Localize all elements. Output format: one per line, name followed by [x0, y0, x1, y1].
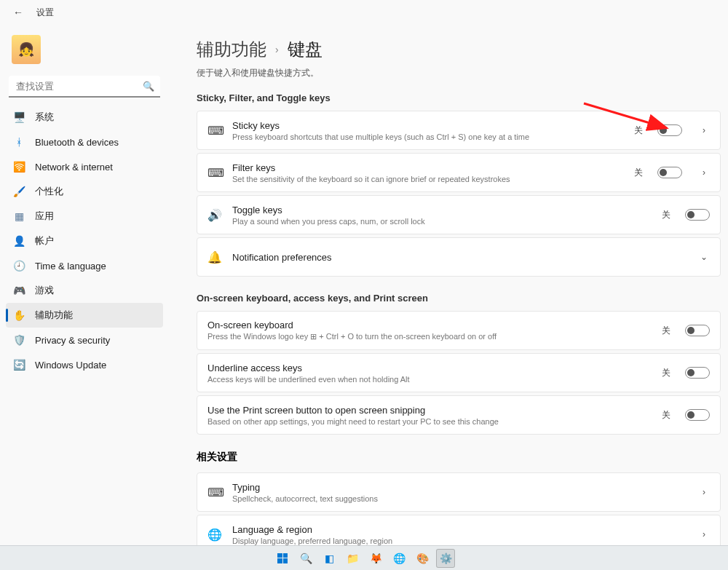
search-icon: 🔍: [143, 81, 154, 92]
nav-gaming[interactable]: 🎮游戏: [6, 278, 163, 303]
keyboard-icon: ⌨: [207, 124, 222, 138]
speaker-icon: 🔊: [207, 208, 222, 222]
nav-time[interactable]: 🕘Time & language: [6, 253, 163, 278]
start-button[interactable]: [273, 549, 292, 568]
related-head: 相关设置: [197, 451, 721, 464]
nav-label: 游戏: [35, 284, 54, 297]
paint-icon[interactable]: 🎨: [413, 549, 432, 568]
file-explorer[interactable]: 📁: [343, 549, 362, 568]
setting-filter-keys[interactable]: ⌨ Filter keys Set the sensitivity of the…: [197, 153, 721, 192]
setting-title: Underline access keys: [207, 363, 652, 373]
toggle-state: 关: [662, 409, 670, 421]
chevron-right-icon[interactable]: ›: [698, 125, 710, 135]
toggle-state: 关: [634, 124, 643, 137]
shield-icon: 🛡️: [13, 334, 25, 346]
nav-label: 系统: [35, 111, 54, 124]
bluetooth-icon: ᚼ: [13, 136, 25, 148]
nav-privacy[interactable]: 🛡️Privacy & security: [6, 328, 163, 352]
task-view[interactable]: ◧: [320, 549, 339, 568]
taskbar-search[interactable]: 🔍: [296, 549, 315, 568]
nav-bluetooth[interactable]: ᚼBluetooth & devices: [6, 130, 163, 154]
setting-desc: Press the Windows logo key ⊞ + Ctrl + O …: [207, 332, 652, 341]
setting-title: Typing: [232, 482, 682, 493]
nav-label: 辅助功能: [35, 309, 73, 322]
wifi-icon: 🛜: [13, 161, 25, 173]
toggle-state: 关: [634, 167, 643, 179]
apps-icon: ▦: [13, 210, 25, 222]
breadcrumb-parent[interactable]: 辅助功能: [197, 38, 266, 61]
nav-label: Bluetooth & devices: [35, 137, 119, 148]
gamepad-icon: 🎮: [13, 285, 25, 296]
firefox-icon[interactable]: 🦊: [366, 549, 385, 568]
toggle-state: 关: [662, 367, 670, 379]
nav-label: Network & internet: [35, 162, 113, 173]
setting-title: Language & region: [232, 524, 682, 535]
osk-toggle[interactable]: [685, 325, 710, 336]
breadcrumb: 辅助功能 › 键盘: [197, 38, 721, 61]
setting-desc: Press keyboard shortcuts that use multip…: [232, 132, 624, 141]
chevron-right-icon[interactable]: ›: [698, 487, 710, 497]
setting-desc: Set the sensitivity of the keyboard so i…: [232, 175, 624, 183]
brush-icon: 🖌️: [13, 186, 25, 197]
page-subtitle: 便于键入和使用键盘快捷方式。: [197, 67, 721, 79]
setting-title: Toggle keys: [232, 205, 652, 215]
setting-title: On-screen keyboard: [207, 320, 652, 330]
setting-desc: Spellcheck, autocorrect, text suggestion…: [232, 494, 682, 503]
setting-desc: Access keys will be underlined even when…: [207, 375, 652, 384]
section-osk-head: On-screen keyboard, access keys, and Pri…: [197, 293, 721, 304]
system-icon: 🖥️: [13, 111, 25, 123]
setting-title: Notification preferences: [232, 252, 682, 263]
breadcrumb-current: 键盘: [288, 38, 323, 61]
chevron-right-icon[interactable]: ›: [698, 529, 710, 539]
filter-toggle[interactable]: [657, 167, 682, 178]
setting-sticky-keys[interactable]: ⌨ Sticky keys Press keyboard shortcuts t…: [197, 111, 721, 150]
related-typing[interactable]: ⌨ Typing Spellcheck, autocorrect, text s…: [197, 472, 721, 512]
setting-underline-keys[interactable]: Underline access keys Access keys will b…: [197, 353, 721, 392]
toggle-state: 关: [662, 325, 670, 337]
nav-label: Privacy & security: [35, 335, 110, 346]
globe-icon: 🌐: [207, 528, 222, 542]
sidebar: 👧 🔍 🖥️系统 ᚼBluetooth & devices 🛜Network &…: [0, 25, 169, 545]
chevron-right-icon: ›: [275, 44, 279, 55]
nav-label: 应用: [35, 210, 54, 223]
setting-desc: Display language, preferred language, re…: [232, 537, 682, 545]
keyboard-icon: ⌨: [207, 166, 222, 180]
nav-apps[interactable]: ▦应用: [6, 204, 163, 229]
nav-accounts[interactable]: 👤帐户: [6, 229, 163, 253]
search-input[interactable]: [9, 76, 160, 98]
setting-desc: Based on other app settings, you might n…: [207, 417, 652, 426]
chevron-down-icon[interactable]: ⌄: [698, 252, 710, 262]
setting-desc: Play a sound when you press caps, num, o…: [232, 217, 652, 226]
setting-osk[interactable]: On-screen keyboard Press the Windows log…: [197, 311, 721, 350]
bell-icon: 🔔: [207, 250, 222, 264]
person-icon: 👤: [13, 235, 25, 247]
back-button[interactable]: ←: [13, 7, 23, 18]
sticky-toggle[interactable]: [657, 124, 682, 136]
nav-personalize[interactable]: 🖌️个性化: [6, 179, 163, 204]
nav-accessibility[interactable]: ✋辅助功能: [6, 303, 163, 328]
nav-label: 帐户: [35, 234, 54, 248]
main-content: 辅助功能 › 键盘 便于键入和使用键盘快捷方式。 Sticky, Filter,…: [169, 25, 728, 545]
clock-icon: 🕘: [13, 260, 25, 272]
section-sticky-head: Sticky, Filter, and Toggle keys: [197, 92, 721, 103]
nav-system[interactable]: 🖥️系统: [6, 105, 163, 130]
related-language[interactable]: 🌐 Language & region Display language, pr…: [197, 515, 721, 545]
accessibility-icon: ✋: [13, 309, 25, 321]
setting-toggle-keys[interactable]: 🔊 Toggle keys Play a sound when you pres…: [197, 195, 721, 234]
setting-prtsc[interactable]: Use the Print screen button to open scre…: [197, 395, 721, 435]
nav-label: Windows Update: [35, 360, 106, 371]
chrome-icon[interactable]: 🌐: [389, 549, 408, 568]
nav-network[interactable]: 🛜Network & internet: [6, 154, 163, 179]
settings-taskbar-icon[interactable]: ⚙️: [436, 549, 455, 568]
nav-label: 个性化: [35, 185, 63, 198]
setting-notification-prefs[interactable]: 🔔 Notification preferences ⌄: [197, 237, 721, 277]
prtsc-toggle[interactable]: [685, 409, 710, 421]
setting-title: Use the Print screen button to open scre…: [207, 405, 652, 416]
togglekeys-toggle[interactable]: [685, 209, 710, 221]
user-avatar[interactable]: 👧: [12, 35, 41, 64]
setting-title: Sticky keys: [232, 120, 624, 131]
keyboard-icon: ⌨: [207, 486, 222, 499]
chevron-right-icon[interactable]: ›: [698, 167, 710, 178]
nav-update[interactable]: 🔄Windows Update: [6, 352, 163, 377]
underline-toggle[interactable]: [685, 367, 710, 379]
